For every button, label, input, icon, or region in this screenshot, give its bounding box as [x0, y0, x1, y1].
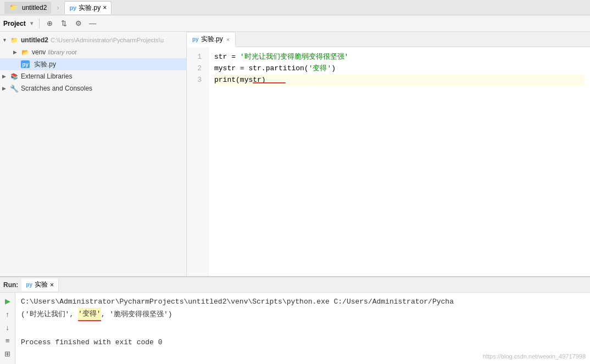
code-line-3: print ( mystr ): [214, 75, 585, 86]
title-tab-close[interactable]: ×: [103, 4, 107, 12]
title-active-tab-label: 实验.py: [79, 3, 101, 13]
scratches-arrow: ▶: [2, 86, 10, 91]
tree-item-label-venv: venv: [32, 48, 46, 56]
watermark: https://blog.csdn.net/weixin_49717998: [483, 353, 586, 360]
output-tuple-item3: '脆弱变得很坚强': [109, 309, 168, 321]
run-filter-button[interactable]: ⊞: [2, 348, 14, 360]
output-exit-text: Process finished with exit code 0: [21, 337, 162, 349]
code-token-str2: str: [248, 63, 261, 75]
code-token-close-paren: ): [331, 63, 336, 75]
tree-item-label-untitled2: untitled2: [21, 36, 48, 44]
title-tab-label: untitled2: [22, 4, 47, 12]
title-tab-untitled2[interactable]: 📁 untitled2: [4, 2, 51, 14]
output-tuple-item2-highlighted: '变得': [78, 308, 101, 321]
output-tuple-comma: ,: [101, 309, 110, 321]
code-token-p-open: (: [236, 75, 240, 86]
title-bar: 📁 untitled2 › py 实验.py ×: [0, 0, 590, 15]
toolbar-section-project: Project ▼: [3, 20, 35, 27]
sync-button[interactable]: ⇅: [58, 18, 70, 30]
editor-tabs: py 实验.py ×: [187, 32, 590, 47]
run-sidebar-buttons: ▶ ↑ ↓ ≡ ⊞: [0, 293, 15, 364]
editor-tab-label: 实验.py: [201, 35, 223, 44]
library-root-label: library root: [48, 49, 76, 55]
venv-icon: 📂: [21, 48, 30, 57]
run-tab-icon: py: [26, 282, 32, 288]
run-tab-label: 实验: [35, 280, 48, 289]
run-play-button[interactable]: ▶: [2, 295, 14, 307]
code-token-mystr2: mystr: [240, 75, 261, 86]
output-line-empty: [21, 321, 585, 333]
tree-item-external-libraries[interactable]: ▶ 📚 External Libraries: [0, 70, 186, 82]
project-path: C:\Users\Administrator\PycharmProjects\u: [51, 37, 164, 43]
output-line-exit: Process finished with exit code 0: [21, 337, 585, 349]
project-label: Project: [3, 20, 26, 27]
output-tuple-item1: '时光让我们',: [25, 309, 78, 321]
run-down-button[interactable]: ↓: [2, 321, 14, 333]
code-editor[interactable]: str = '时光让我们变得脆弱变得很坚强' mystr = str . par…: [209, 47, 590, 276]
tree-item-venv[interactable]: ▶ 📂 venv library root: [0, 46, 186, 58]
editor-tab-icon: py: [192, 36, 199, 42]
output-line-1: C:\Users\Administrator\PycharmProjects\u…: [21, 296, 585, 308]
settings-button[interactable]: ⚙: [73, 18, 85, 30]
chevron-down-icon: ▼: [29, 20, 35, 26]
run-tab-shiyan[interactable]: py 实验 ×: [21, 278, 59, 291]
run-toolbar: Run: py 实验 ×: [0, 277, 590, 293]
python-file-icon: py: [69, 4, 76, 11]
code-token-print: print: [214, 75, 236, 86]
tree-item-shiyan[interactable]: py 实验.py: [0, 58, 186, 70]
bottom-panel: Run: py 实验 × ▶ ↑ ↓ ≡ ⊞ C:\Users\Administ…: [0, 276, 590, 364]
ext-arrow: ▶: [2, 74, 10, 79]
red-underline-decoration: [253, 82, 286, 83]
line-num-2: 2: [187, 63, 205, 75]
toolbar: Project ▼ ⊕ ⇅ ⚙ —: [0, 15, 590, 32]
output-tuple-close: ): [168, 309, 172, 321]
tree-item-label-external: External Libraries: [21, 72, 72, 80]
code-token-eq2: =: [236, 63, 248, 75]
line-num-1: 1: [187, 52, 205, 63]
code-token-string2: '变得': [309, 63, 332, 75]
title-tab-shiyan[interactable]: py 实验.py ×: [64, 1, 112, 14]
output-line-2: ( '时光让我们', '变得' , '脆弱变得很坚强' ): [21, 308, 585, 321]
toolbar-divider: [39, 19, 40, 29]
output-path-text: C:\Users\Administrator\PycharmProjects\u…: [21, 296, 454, 308]
line-num-3: 3: [187, 75, 205, 86]
expand-arrow: ▼: [2, 37, 10, 43]
add-button[interactable]: ⊕: [44, 18, 56, 30]
tree-item-scratches[interactable]: ▶ 🔧 Scratches and Consoles: [0, 82, 186, 94]
shiyan-py-icon: py: [21, 60, 30, 68]
sidebar: ▼ 📁 untitled2 C:\Users\Administrator\Pyc…: [0, 32, 187, 276]
code-token-mystr: mystr: [214, 63, 236, 75]
run-label: Run:: [3, 281, 18, 289]
code-token-partition: partition: [266, 63, 304, 75]
editor-body: 1 2 3 str = '时光让我们变得脆弱变得很坚强' mystr = str…: [187, 47, 590, 276]
tree-item-label-scratches: Scratches and Consoles: [21, 85, 92, 92]
run-tab-close[interactable]: ×: [50, 281, 54, 289]
code-token-eq1: =: [227, 52, 240, 63]
code-token-str-var: str: [214, 52, 227, 63]
code-token-dot: .: [261, 63, 266, 75]
venv-arrow: ▶: [13, 49, 21, 55]
tree-item-untitled2[interactable]: ▼ 📁 untitled2 C:\Users\Administrator\Pyc…: [0, 34, 186, 46]
library-icon: 📚: [10, 72, 19, 81]
title-separator: ›: [57, 4, 59, 12]
tree-container: ▼ 📁 untitled2 C:\Users\Administrator\Pyc…: [0, 32, 186, 276]
editor-area: py 实验.py × 1 2 3 str = '时光让我们变得脆弱变得很坚强': [187, 32, 590, 276]
code-token-open-paren: (: [304, 63, 309, 75]
main-content: ▼ 📁 untitled2 C:\Users\Administrator\Pyc…: [0, 32, 590, 276]
minimize-button[interactable]: —: [87, 18, 99, 30]
editor-tab-close[interactable]: ×: [226, 36, 230, 43]
folder-icon: 📁: [9, 3, 18, 12]
code-token-p-close: ): [261, 75, 266, 86]
code-token-string1: '时光让我们变得脆弱变得很坚强': [240, 52, 349, 63]
line-numbers: 1 2 3: [187, 47, 209, 276]
output-tuple-open: (: [21, 309, 25, 321]
root-folder-icon: 📁: [10, 36, 19, 44]
scratches-icon: 🔧: [10, 84, 19, 93]
code-line-2: mystr = str . partition ( '变得' ): [214, 63, 585, 75]
code-line-1: str = '时光让我们变得脆弱变得很坚强': [214, 52, 585, 63]
tree-item-label-shiyan: 实验.py: [34, 60, 56, 69]
editor-tab-shiyan[interactable]: py 实验.py ×: [187, 32, 236, 47]
run-lines-button[interactable]: ≡: [2, 334, 14, 346]
run-up-button[interactable]: ↑: [2, 308, 14, 320]
